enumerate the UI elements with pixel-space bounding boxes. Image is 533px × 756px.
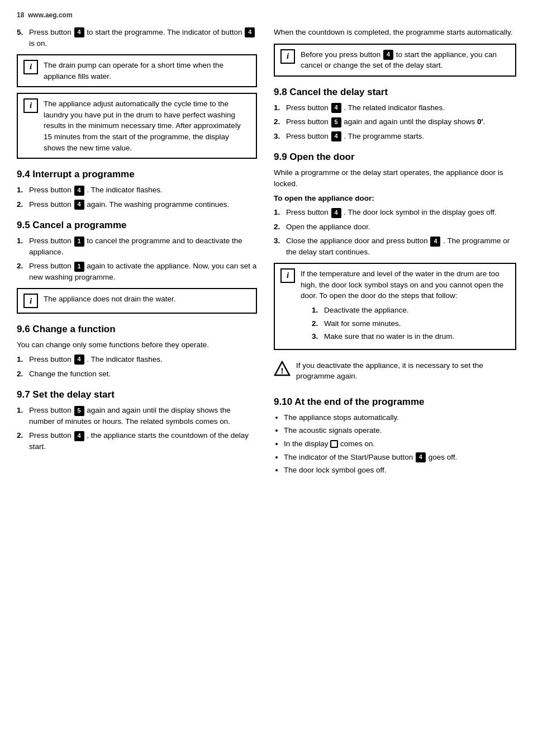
btn-1-95-1: 1 [74,237,84,247]
info-icon-95: i [23,294,38,308]
step-99-2: 2. Open the appliance door. [274,221,516,233]
step-98-1: 1. Press button 4 . The related indicato… [274,102,516,114]
step5-num: 5. [17,27,26,49]
step-95-1-text: Press button 1 to cancel the programme a… [29,235,257,257]
step-94-1-text: Press button 4 . The indicator flashes. [29,185,163,196]
section-95-steps: 1. Press button 1 to cancel the programm… [17,235,257,282]
info-99-substep-2-num: 2. [312,318,321,329]
info-95-text: The appliance does not drain the water. [44,294,175,305]
step-95-2-text: Press button 1 again to activate the app… [29,261,257,282]
btn-4-99-3: 4 [430,237,440,247]
section-96-heading: 9.6 Change a function [17,324,257,335]
intro-steps: 5. Press button 4 to start the programme… [17,27,257,49]
step-96-1-num: 1. [17,354,26,365]
display-icon-910 [330,440,338,448]
btn-4-98-3: 4 [331,131,341,141]
step-98-2-text: Press button 5 again and again until the… [286,116,485,127]
step-96-1-text: Press button 4 . The indicator flashes. [29,354,163,365]
step-94-2-num: 2. [17,199,26,210]
section-95-heading: 9.5 Cancel a programme [17,220,257,231]
btn-1-95-2: 1 [74,262,84,272]
info-right-intro-text: Before you press button 4 to start the a… [301,49,510,71]
website: www.aeg.com [28,11,73,19]
btn-4-98-1: 4 [331,103,341,113]
bullet-910-1: The appliance stops automatically. [284,412,516,423]
step-97-2: 2. Press button 4 , the appliance starts… [17,430,257,452]
step-99-2-text: Open the appliance door. [286,221,370,233]
step-94-2-text: Press button 4 again. The washing progra… [29,199,229,210]
step-99-3-num: 3. [274,235,283,257]
info-99-substep-3: 3. Make sure that no water is in the dru… [312,331,510,342]
info-icon-drain: i [23,60,38,74]
section-99-heading: 9.9 Open the door [274,152,516,163]
info-99-substep-1-text: Deactivate the appliance. [324,305,409,316]
btn-4-97-2: 4 [74,431,84,441]
section-94-steps: 1. Press button 4 . The indicator flashe… [17,185,257,210]
step-99-3-text: Close the appliance door and press butto… [286,235,516,257]
info-99-substep-1-num: 1. [312,305,321,316]
step-98-1-text: Press button 4 . The related indicator f… [286,102,445,114]
btn-4-right-intro: 4 [383,50,393,60]
section-98-heading: 9.8 Cancel the delay start [274,87,516,98]
btn-4-94-2: 4 [74,200,84,210]
bullet-910-4: The indicator of the Start/Pause button … [284,452,516,463]
section-910-bullets: The appliance stops automatically. The a… [284,412,516,476]
step-97-2-num: 2. [17,430,26,452]
warning-99-text: If you deactivate the appliance, it is n… [296,360,516,382]
step-94-2: 2. Press button 4 again. The washing pro… [17,199,257,210]
step-97-2-text: Press button 4 , the appliance starts th… [29,430,257,452]
right-column: When the countdown is completed, the pro… [274,27,516,745]
section-96-title: 9.6 Change a function [17,324,116,334]
btn-4-99-1: 4 [331,208,341,218]
step-99-1: 1. Press button 4 . The door lock symbol… [274,207,516,218]
section-97-heading: 9.7 Set the delay start [17,389,257,400]
step-95-1: 1. Press button 1 to cancel the programm… [17,235,257,257]
info-icon-cycle: i [23,98,38,113]
step-97-1-num: 1. [17,405,26,427]
intro-step5: 5. Press button 4 to start the programme… [17,27,257,49]
section-97-steps: 1. Press button 5 again and again until … [17,405,257,452]
step-98-2: 2. Press button 5 again and again until … [274,116,516,127]
step-94-1: 1. Press button 4 . The indicator flashe… [17,185,257,196]
info-99-substep-3-text: Make sure that no water is in the drum. [324,331,454,342]
step-98-3-text: Press button 4 . The programme starts. [286,131,424,142]
section-99-intro: While a programme or the delay start ope… [274,167,516,189]
bullet-910-5: The door lock symbol goes off. [284,465,516,476]
info-drain-text: The drain pump can operate for a short t… [44,60,250,82]
step-99-3: 3. Close the appliance door and press bu… [274,235,516,257]
step-99-1-num: 1. [274,207,283,218]
info-99-substep-1: 1. Deactivate the appliance. [312,305,510,316]
step-98-3-num: 3. [274,131,283,142]
section-910-heading: 9.10 At the end of the programme [274,396,516,408]
step-98-2-bold: 0' [477,117,483,126]
svg-text:!: ! [281,366,284,375]
info-box-drain: i The drain pump can operate for a short… [17,54,257,87]
step-94-1-num: 1. [17,185,26,196]
step-96-1: 1. Press button 4 . The indicator flashe… [17,354,257,365]
step-98-2-num: 2. [274,116,283,127]
info-99-substep-2-text: Wait for some minutes. [324,318,401,329]
btn-4-step5b: 4 [245,27,255,37]
warn-icon-99: ! [274,360,291,377]
section-94-title: 9.4 Interrupt a programme [17,169,135,179]
btn-4-910: 4 [416,452,426,462]
section-99-steps: 1. Press button 4 . The door lock symbol… [274,207,516,257]
section-98-steps: 1. Press button 4 . The related indicato… [274,102,516,142]
right-intro-text: When the countdown is completed, the pro… [274,27,516,38]
section-96-intro: You can change only some functions befor… [17,339,257,351]
section-99-subheading: To open the appliance door: [274,193,516,204]
btn-4-94-1: 4 [74,186,84,196]
btn-5-98-2: 5 [331,117,341,127]
info-box-cycle: i The appliance adjust automatically the… [17,93,257,159]
page-number: 18 [17,11,24,19]
step-98-3: 3. Press button 4 . The programme starts… [274,131,516,142]
info-99-substep-3-num: 3. [312,331,321,342]
warn-triangle-svg: ! [274,361,291,376]
step-99-2-num: 2. [274,221,283,233]
section-99-title: 9.9 Open the door [274,152,355,162]
step-97-1-text: Press button 5 again and again until the… [29,405,257,427]
step-96-2: 2. Change the function set. [17,368,257,380]
step-95-1-num: 1. [17,235,26,257]
info-99-text: If the temperature and level of the wate… [301,268,510,301]
btn-4-step5: 4 [74,27,84,37]
